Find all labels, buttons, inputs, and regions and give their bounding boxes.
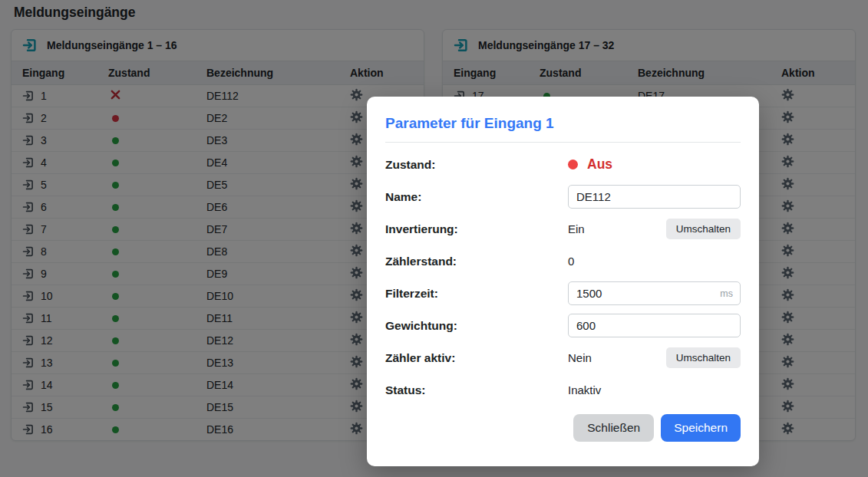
gewichtung-label: Gewichtung:: [385, 319, 568, 333]
state-off-dot: [568, 160, 578, 169]
field-name: Name:: [385, 185, 741, 209]
dialog-title: Parameter für Eingang 1: [385, 115, 741, 132]
field-status: Status: Inaktiv: [385, 378, 741, 402]
zustand-value: Aus: [587, 156, 612, 173]
invertierung-value: Ein: [568, 222, 585, 235]
field-zustand: Zustand: Aus: [385, 153, 741, 176]
zaehler-aktiv-value: Nein: [568, 351, 592, 364]
zaehlerstand-label: Zählerstand:: [385, 255, 568, 268]
zaehler-aktiv-label: Zähler aktiv:: [385, 351, 568, 365]
status-label: Status:: [385, 383, 568, 397]
close-button[interactable]: Schließen: [573, 414, 654, 442]
filterzeit-input[interactable]: [568, 281, 741, 305]
field-zaehlerstand: Zählerstand: 0: [385, 249, 741, 273]
name-input[interactable]: [568, 185, 741, 209]
status-value: Inaktiv: [568, 383, 601, 396]
parameter-dialog: Parameter für Eingang 1 Zustand: Aus Nam…: [367, 97, 759, 466]
zaehlerstand-value: 0: [568, 255, 574, 268]
filterzeit-label: Filterzeit:: [385, 287, 568, 301]
save-button[interactable]: Speichern: [661, 414, 741, 442]
name-label: Name:: [385, 190, 568, 204]
zaehler-aktiv-toggle-button[interactable]: Umschalten: [666, 347, 741, 368]
field-gewichtung: Gewichtung:: [385, 314, 741, 337]
zustand-label: Zustand:: [385, 158, 568, 172]
field-invertierung: Invertierung: Ein Umschalten: [385, 217, 741, 241]
field-zaehler-aktiv: Zähler aktiv: Nein Umschalten: [385, 346, 741, 370]
field-filterzeit: Filterzeit: ms: [385, 281, 741, 305]
filterzeit-unit: ms: [720, 288, 733, 299]
invertierung-toggle-button[interactable]: Umschalten: [666, 219, 741, 239]
dialog-divider: [385, 142, 741, 143]
dialog-footer: Schließen Speichern: [385, 414, 741, 442]
gewichtung-input[interactable]: [568, 314, 741, 337]
invertierung-label: Invertierung:: [385, 222, 568, 236]
